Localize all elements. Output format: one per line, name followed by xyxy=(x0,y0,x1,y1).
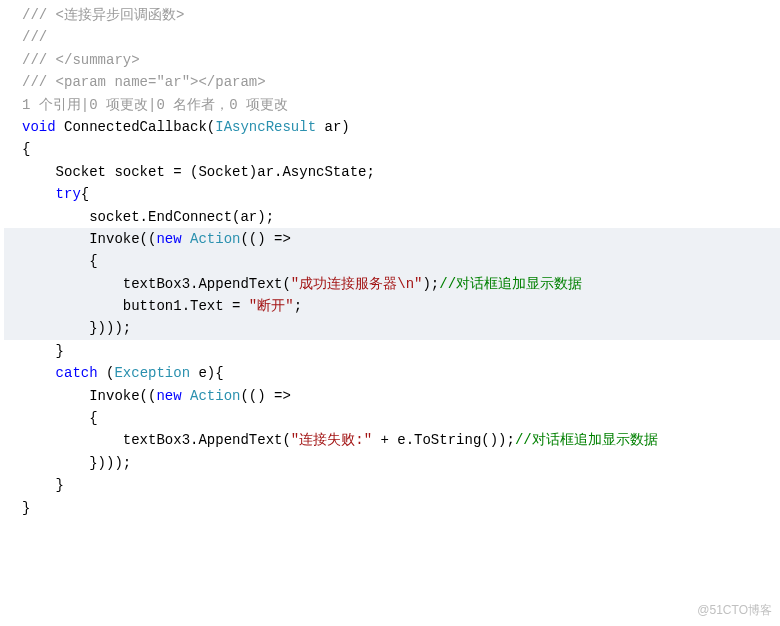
indent xyxy=(22,365,56,381)
code-text: Invoke(( xyxy=(22,231,156,247)
type-exception: Exception xyxy=(114,365,190,381)
xml-comment-line: /// <param name="ar"></param> xyxy=(4,71,780,93)
code-text: e){ xyxy=(190,365,224,381)
code-text: + e.ToString()); xyxy=(372,432,515,448)
keyword-catch: catch xyxy=(56,365,98,381)
xml-comment-line: /// </summary> xyxy=(4,49,780,71)
watermark: @51CTO博客 xyxy=(697,601,772,620)
method-name: ConnectedCallback( xyxy=(56,119,216,135)
code-text: (() => xyxy=(240,388,290,404)
comment-string: "ar" xyxy=(156,74,190,90)
space xyxy=(182,231,190,247)
type-name: IAsyncResult xyxy=(215,119,316,135)
code-line: }))); xyxy=(4,452,780,474)
code-text: ; xyxy=(294,298,302,314)
string-literal: "成功连接服务器\n" xyxy=(291,276,423,292)
code-text: ); xyxy=(422,276,439,292)
param-name: ar) xyxy=(316,119,350,135)
code-line: }))); xyxy=(4,317,780,339)
code-text: textBox3.AppendText( xyxy=(22,276,291,292)
code-block: /// <连接异步回调函数> /// /// </summary> /// <p… xyxy=(4,4,780,519)
xml-comment-line: /// <连接异步回调函数> xyxy=(4,4,780,26)
brace: } xyxy=(4,474,780,496)
code-text: button1.Text = xyxy=(22,298,249,314)
string-literal: "断开" xyxy=(249,298,294,314)
comment-text: /// <param name= xyxy=(22,74,156,90)
code-line: button1.Text = "断开"; xyxy=(4,295,780,317)
brace: } xyxy=(4,340,780,362)
code-line: catch (Exception e){ xyxy=(4,362,780,384)
code-text: Invoke(( xyxy=(22,388,156,404)
code-line: textBox3.AppendText("成功连接服务器\n");//对话框追加… xyxy=(4,273,780,295)
inline-comment: //对话框追加显示数据 xyxy=(515,432,658,448)
inline-comment: //对话框追加显示数据 xyxy=(439,276,582,292)
comment-text: ></param> xyxy=(190,74,266,90)
brace: } xyxy=(4,497,780,519)
keyword-new: new xyxy=(156,231,181,247)
space xyxy=(182,388,190,404)
method-signature: void ConnectedCallback(IAsyncResult ar) xyxy=(4,116,780,138)
code-line: socket.EndConnect(ar); xyxy=(4,206,780,228)
code-text: textBox3.AppendText( xyxy=(22,432,291,448)
keyword-void: void xyxy=(22,119,56,135)
type-action: Action xyxy=(190,388,240,404)
code-line: try{ xyxy=(4,183,780,205)
brace: { xyxy=(4,250,780,272)
code-line: textBox3.AppendText("连接失败:" + e.ToString… xyxy=(4,429,780,451)
codelens-annotation: 1 个引用|0 项更改|0 名作者，0 项更改 xyxy=(4,94,780,116)
brace-text: { xyxy=(81,186,89,202)
xml-comment-line: /// xyxy=(4,26,780,48)
keyword-new: new xyxy=(156,388,181,404)
brace: { xyxy=(4,138,780,160)
code-line: Socket socket = (Socket)ar.AsyncState; xyxy=(4,161,780,183)
code-text: ( xyxy=(98,365,115,381)
string-literal: "连接失败:" xyxy=(291,432,372,448)
code-line: Invoke((new Action(() => xyxy=(4,385,780,407)
brace: { xyxy=(4,407,780,429)
keyword-try: try xyxy=(56,186,81,202)
code-line: Invoke((new Action(() => xyxy=(4,228,780,250)
type-action: Action xyxy=(190,231,240,247)
code-text: (() => xyxy=(240,231,290,247)
